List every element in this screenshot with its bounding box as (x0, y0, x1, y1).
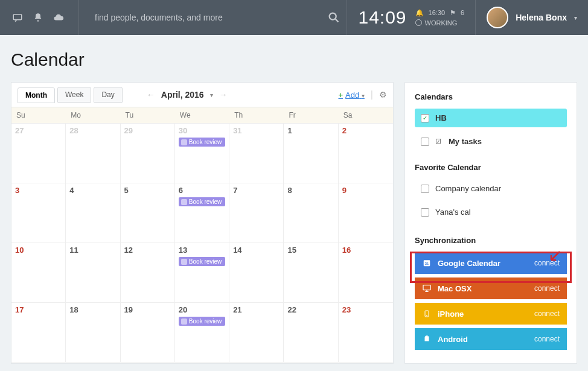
google-label: Google Calendar (438, 259, 500, 268)
calendar-cell[interactable]: 18 (66, 303, 120, 363)
sync-android[interactable]: Android connect (415, 328, 567, 350)
day-number: 6 (179, 186, 225, 195)
calendar-cell[interactable]: 16 (339, 243, 393, 303)
calendar-cell[interactable]: 2 (339, 124, 393, 183)
calendar-cell[interactable]: 28 (66, 124, 120, 183)
calendar-cell[interactable]: 22 (284, 303, 338, 363)
calendar-cell[interactable]: 21 (229, 303, 284, 363)
calendar-cell[interactable]: 12 (121, 243, 175, 303)
sync-iphone[interactable]: iPhone connect (415, 303, 567, 325)
calendar-cell[interactable]: 11 (66, 243, 120, 303)
calendar-item-hb[interactable]: ✓ HB (415, 109, 567, 127)
calendar-cell[interactable]: 1 (284, 124, 338, 183)
month-nav: ← April, 2016 ▾ → (147, 90, 228, 100)
calendar-cell[interactable]: 14 (229, 243, 284, 303)
month-label[interactable]: April, 2016 (161, 90, 204, 100)
checkbox-icon[interactable] (421, 138, 429, 146)
tab-week[interactable]: Week (57, 87, 91, 103)
sync-mac[interactable]: Mac OSX connect (415, 277, 567, 299)
day-number: 31 (233, 126, 280, 135)
day-number: 10 (15, 246, 62, 255)
day-number: 11 (69, 246, 116, 255)
day-number: 19 (124, 305, 171, 314)
checkbox-icon[interactable] (421, 208, 429, 217)
svg-point-6 (427, 316, 427, 316)
user-area[interactable]: Helena Bonx ▾ (476, 7, 588, 28)
next-month-icon[interactable]: → (219, 90, 228, 100)
divider (78, 0, 79, 35)
calendar-cell[interactable]: 20Book review (175, 303, 229, 363)
day-number: 9 (342, 186, 389, 195)
day-number: 17 (15, 305, 62, 314)
calendar-cell[interactable]: 7 (229, 183, 284, 243)
calendar-cell[interactable]: 3 (11, 183, 66, 243)
calendar-item-company[interactable]: Company calendar (415, 179, 567, 198)
calendar-event[interactable]: Book review (179, 257, 225, 266)
svg-point-8 (427, 337, 428, 337)
calendar-cell[interactable]: 19 (121, 303, 175, 363)
event-icon (181, 139, 187, 145)
calendar-cell[interactable]: 15 (284, 243, 338, 303)
cloud-icon[interactable] (48, 7, 69, 28)
prev-month-icon[interactable]: ← (147, 90, 155, 100)
bell-icon[interactable] (28, 7, 48, 28)
status-icon (415, 19, 422, 26)
calendar-cell[interactable]: 10 (11, 243, 66, 303)
header-divider: | (371, 89, 373, 100)
day-number: 28 (69, 126, 116, 135)
month-dropdown-caret[interactable]: ▾ (210, 92, 213, 98)
checkbox-icon[interactable] (421, 185, 429, 193)
mac-label: Mac OSX (438, 284, 471, 293)
gear-icon[interactable]: ⚙ (379, 90, 387, 100)
google-calendar-icon: 31 (422, 258, 432, 268)
android-label: Android (438, 335, 468, 344)
calendar-cell[interactable]: 13Book review (175, 243, 229, 303)
calendar-cell[interactable]: 30Book review (175, 124, 229, 183)
calendar-cell[interactable]: 27 (11, 124, 66, 183)
day-number: 5 (124, 186, 171, 195)
calendar-cell[interactable]: 29 (121, 124, 175, 183)
tab-day[interactable]: Day (94, 87, 122, 103)
calendar-cell[interactable]: 5 (121, 183, 175, 243)
clock-meta: 🔔16:30 ⚑6 WORKING (415, 9, 465, 27)
calendar-cell[interactable]: 8 (284, 183, 338, 243)
iphone-label: iPhone (438, 309, 464, 319)
event-icon (181, 259, 187, 265)
calendar-event[interactable]: Book review (179, 138, 225, 147)
calendar-cell[interactable]: 9 (339, 183, 393, 243)
calendar-event[interactable]: Book review (179, 197, 225, 206)
sync-title: Synchronization (415, 236, 567, 245)
calendar-item-yana[interactable]: Yana's cal (415, 203, 567, 221)
add-link[interactable]: +Add ▾ (338, 90, 364, 100)
calendar-cell[interactable]: 17 (11, 303, 66, 363)
messages-icon[interactable] (7, 7, 28, 28)
main-wrap: Month Week Day ← April, 2016 ▾ → +Add ▾ … (0, 82, 588, 364)
checkbox-checked-icon[interactable]: ✓ (421, 114, 429, 122)
day-number: 1 (287, 126, 334, 135)
calendar-event[interactable]: Book review (179, 317, 225, 326)
calendar-cell[interactable]: 23 (339, 303, 393, 363)
sync-google[interactable]: 31 Google Calendar connect (415, 252, 567, 274)
calendar-cell[interactable]: 31 (229, 124, 284, 183)
favorite-section: Favorite Calendar Company calendar Yana'… (415, 163, 567, 221)
calendar-cell[interactable]: 4 (66, 183, 120, 243)
event-icon (181, 199, 187, 205)
calendar-cell[interactable]: 6Book review (175, 183, 229, 243)
weekday-row: Su Mo Tu We Th Fr Sa (11, 107, 393, 124)
day-number: 3 (15, 186, 62, 195)
day-number: 13 (179, 246, 225, 255)
svg-text:31: 31 (425, 262, 429, 265)
avatar (487, 7, 508, 28)
page-title: Calendar (0, 35, 588, 82)
event-icon (181, 319, 187, 325)
event-label: Book review (189, 258, 222, 265)
clock-time: 14:09 (358, 7, 406, 28)
calendar-item-mytasks[interactable]: ☑ My tasks (415, 132, 567, 151)
bell-time: 16:30 (429, 9, 446, 16)
user-name: Helena Bonx (516, 13, 567, 22)
search-icon[interactable] (327, 11, 340, 24)
tab-month[interactable]: Month (18, 87, 55, 103)
task-check-icon: ☑ (435, 138, 441, 145)
search-input[interactable] (95, 13, 321, 22)
hb-label: HB (435, 113, 447, 122)
